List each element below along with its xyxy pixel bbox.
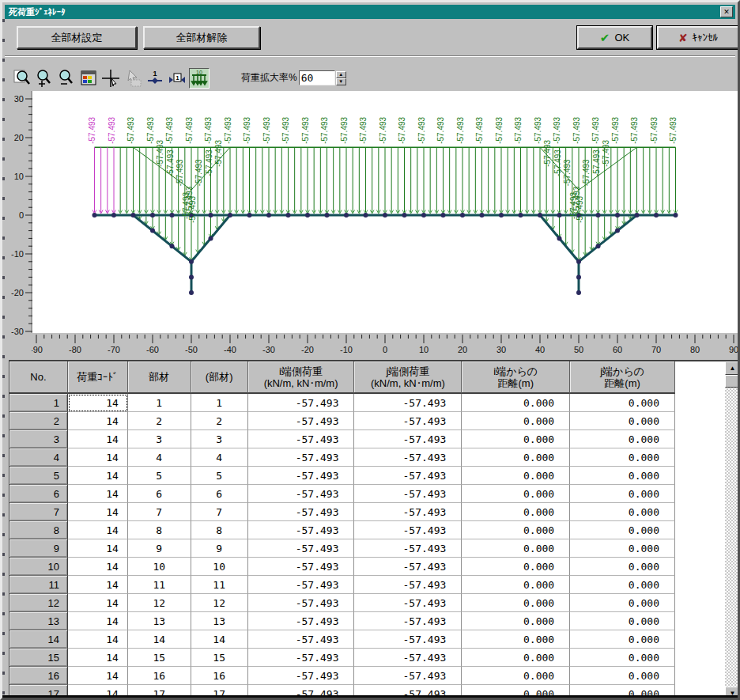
- table-cell[interactable]: 0.000: [462, 630, 570, 649]
- table-cell[interactable]: 10: [191, 558, 248, 576]
- table-cell[interactable]: 14: [68, 612, 128, 630]
- row-number-cell[interactable]: 13: [9, 612, 68, 630]
- set-all-members-button[interactable]: 全部材設定: [17, 26, 137, 49]
- table-cell[interactable]: 0.000: [570, 685, 675, 700]
- table-cell[interactable]: 0.000: [570, 630, 675, 649]
- table-cell[interactable]: 14: [68, 485, 128, 503]
- table-cell[interactable]: 0.000: [462, 667, 570, 685]
- row-number-cell[interactable]: 2: [9, 412, 68, 430]
- table-cell[interactable]: 17: [128, 685, 191, 700]
- scroll-up-icon[interactable]: ▲: [725, 361, 740, 375]
- table-cell[interactable]: 1: [128, 394, 191, 412]
- table-cell[interactable]: -57.493: [354, 558, 462, 576]
- zoom-fit-icon[interactable]: [12, 68, 32, 89]
- zoom-in-icon[interactable]: [34, 68, 55, 89]
- table-cell[interactable]: -57.493: [248, 685, 355, 700]
- table-cell[interactable]: -57.493: [248, 576, 355, 594]
- row-number-cell[interactable]: 16: [9, 667, 68, 685]
- table-cell[interactable]: -57.493: [354, 630, 462, 649]
- table-cell[interactable]: 14: [68, 594, 128, 612]
- table-cell[interactable]: -57.493: [354, 521, 462, 539]
- table-cell[interactable]: -57.493: [248, 539, 355, 558]
- table-cell[interactable]: 8: [128, 521, 191, 539]
- spin-down-icon[interactable]: ▼: [336, 78, 346, 85]
- table-cell[interactable]: -57.493: [354, 594, 462, 612]
- table-cell[interactable]: 6: [191, 485, 248, 503]
- clear-all-members-button[interactable]: 全部材解除: [143, 26, 260, 49]
- table-cell[interactable]: 14: [68, 394, 128, 412]
- table-cell[interactable]: 14: [68, 430, 128, 448]
- row-number-cell[interactable]: 17: [9, 685, 68, 700]
- table-cell[interactable]: 4: [191, 448, 248, 467]
- table-cell[interactable]: 7: [128, 503, 191, 521]
- table-cell[interactable]: -57.493: [248, 558, 355, 576]
- table-cell[interactable]: 9: [128, 539, 191, 558]
- display-settings-icon[interactable]: [78, 68, 99, 89]
- spin-up-icon[interactable]: ▲: [336, 71, 346, 78]
- table-cell[interactable]: 15: [191, 649, 248, 667]
- table-cell[interactable]: -57.493: [248, 412, 355, 430]
- table-cell[interactable]: 14: [68, 667, 128, 685]
- scrollbar-thumb[interactable]: [725, 375, 740, 388]
- load-scale-input[interactable]: [299, 70, 335, 85]
- table-cell[interactable]: 5: [191, 467, 248, 485]
- table-cell[interactable]: -57.493: [354, 667, 462, 685]
- close-icon[interactable]: ✕: [720, 6, 733, 17]
- table-cell[interactable]: 5: [128, 467, 191, 485]
- table-cell[interactable]: 12: [191, 594, 248, 612]
- ok-button[interactable]: ✔ OK: [577, 26, 652, 49]
- row-number-cell[interactable]: 11: [9, 576, 68, 594]
- table-cell[interactable]: -57.493: [354, 448, 462, 467]
- table-cell[interactable]: 2: [191, 412, 248, 430]
- table-cell[interactable]: 0.000: [570, 594, 675, 612]
- table-cell[interactable]: -57.493: [248, 430, 355, 448]
- table-cell[interactable]: 2: [128, 412, 191, 430]
- row-number-cell[interactable]: 14: [9, 630, 68, 649]
- table-cell[interactable]: 0.000: [570, 667, 675, 685]
- table-cell[interactable]: 14: [68, 467, 128, 485]
- table-cell[interactable]: -57.493: [354, 576, 462, 594]
- table-cell[interactable]: 4: [128, 448, 191, 467]
- table-cell[interactable]: 0.000: [570, 485, 675, 503]
- table-cell[interactable]: -57.493: [248, 521, 355, 539]
- table-cell[interactable]: 14: [68, 448, 128, 467]
- table-cell[interactable]: 0.000: [462, 521, 570, 539]
- table-cell[interactable]: -57.493: [354, 430, 462, 448]
- table-cell[interactable]: 0.000: [462, 558, 570, 576]
- table-cell[interactable]: 15: [128, 649, 191, 667]
- table-cell[interactable]: -57.493: [248, 485, 355, 503]
- table-cell[interactable]: 0.000: [462, 448, 570, 467]
- cancel-button[interactable]: ✘ ｷｬﾝｾﾙ: [657, 26, 739, 49]
- table-cell[interactable]: -57.493: [248, 503, 355, 521]
- table-cell[interactable]: 13: [128, 612, 191, 630]
- table-cell[interactable]: 11: [191, 576, 248, 594]
- table-cell[interactable]: 0.000: [570, 448, 675, 467]
- row-number-cell[interactable]: 10: [9, 558, 68, 576]
- table-cell[interactable]: 6: [128, 485, 191, 503]
- table-cell[interactable]: 0.000: [570, 558, 675, 576]
- table-cell[interactable]: 0.000: [462, 612, 570, 630]
- table-cell[interactable]: -57.493: [354, 649, 462, 667]
- member-load-icon[interactable]: 1: [167, 68, 187, 89]
- row-number-cell[interactable]: 6: [9, 485, 68, 503]
- table-vertical-scrollbar[interactable]: ▲ ▼: [725, 360, 740, 700]
- table-cell[interactable]: 0.000: [462, 539, 570, 558]
- table-cell[interactable]: -57.493: [354, 612, 462, 630]
- table-cell[interactable]: 0.000: [570, 612, 675, 630]
- table-cell[interactable]: 13: [191, 612, 248, 630]
- load-diagram-chart[interactable]: -30-20-100102030-90-80-70-60-50-40-30-20…: [2, 91, 740, 360]
- table-cell[interactable]: 0.000: [462, 649, 570, 667]
- row-number-cell[interactable]: 1: [9, 394, 68, 412]
- row-number-cell[interactable]: 12: [9, 594, 68, 612]
- table-cell[interactable]: -57.493: [354, 485, 462, 503]
- row-number-cell[interactable]: 9: [9, 539, 68, 558]
- table-cell[interactable]: 14: [68, 576, 128, 594]
- table-cell[interactable]: -57.493: [354, 467, 462, 485]
- table-cell[interactable]: 0.000: [462, 503, 570, 521]
- distributed-load-active-icon[interactable]: 10: [189, 68, 210, 89]
- table-cell[interactable]: 16: [128, 667, 191, 685]
- table-cell[interactable]: -57.493: [248, 630, 355, 649]
- table-cell[interactable]: 0.000: [462, 576, 570, 594]
- table-cell[interactable]: -57.493: [248, 467, 355, 485]
- table-cell[interactable]: 8: [191, 521, 248, 539]
